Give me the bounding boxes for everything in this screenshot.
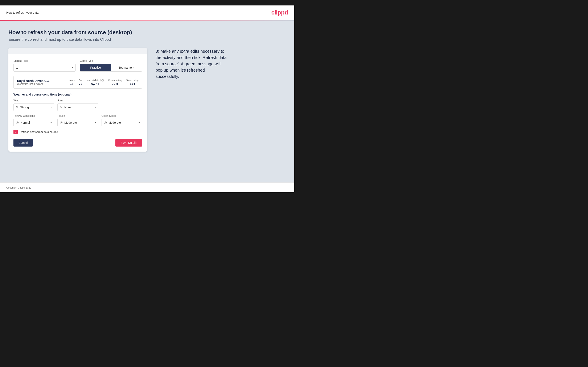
green-speed-label: Green Speed: [102, 114, 142, 117]
wind-value: Strong: [20, 106, 46, 109]
header: How to refresh your data clippd: [0, 5, 294, 20]
course-location: Westward Ho!, England: [17, 83, 65, 85]
instruction-paragraph: 3) Make any extra edits necessary to the…: [156, 48, 227, 80]
holes-stat: Holes 18: [69, 79, 75, 85]
par-stat: Par 72: [79, 79, 82, 85]
course-name-block: Royal North Devon GC, Westward Ho!, Engl…: [17, 79, 65, 85]
form-row-top: Starting Hole 1 ▾ Game Type Practice T: [13, 59, 142, 72]
footer: Copyright Clippd 2022: [0, 183, 294, 192]
wind-label: Wind: [13, 99, 54, 102]
rain-icon: ☀: [60, 105, 63, 109]
game-type-label: Game Type: [80, 59, 142, 62]
green-speed-value: Moderate: [108, 121, 134, 124]
green-speed-group: Green Speed ◎ Moderate ▾: [102, 114, 142, 126]
par-value: 72: [79, 82, 82, 85]
form-inner: Starting Hole 1 ▾ Game Type Practice T: [9, 54, 147, 152]
fairway-label: Fairway Conditions: [13, 114, 54, 117]
wind-icon: ≋: [16, 105, 18, 109]
rough-value: Moderate: [64, 121, 90, 124]
rough-icon: ◎: [60, 121, 63, 125]
form-top-tabs: [9, 48, 147, 54]
starting-hole-select[interactable]: 1 ▾: [13, 64, 76, 72]
par-label: Par: [79, 79, 82, 82]
slope-rating-value: 134: [126, 82, 138, 85]
slope-rating-stat: Slope rating 134: [126, 79, 138, 85]
content-layout: Starting Hole 1 ▾ Game Type Practice T: [9, 48, 286, 152]
wind-select[interactable]: ≋ Strong ▾: [13, 103, 54, 111]
starting-hole-group: Starting Hole 1 ▾: [13, 59, 76, 72]
fairway-select[interactable]: ◎ Normal ▾: [13, 119, 54, 126]
conditions-row-1: Wind ≋ Strong ▾ Rain ☀ None ▾: [13, 99, 142, 111]
refresh-label: Refresh shots from data source: [20, 130, 58, 133]
holes-value: 18: [69, 82, 75, 85]
course-rating-value: 72.5: [108, 82, 122, 85]
rough-select[interactable]: ◎ Moderate ▾: [57, 119, 98, 126]
form-actions: Cancel Save Details: [13, 139, 142, 147]
refresh-checkbox[interactable]: [13, 130, 18, 134]
refresh-checkbox-row: Refresh shots from data source: [13, 130, 142, 134]
fairway-arrow: ▾: [51, 121, 52, 124]
course-info-box: Royal North Devon GC, Westward Ho!, Engl…: [13, 76, 142, 89]
course-stats: Holes 18 Par 72 Yards/White (M)) 6,744: [69, 79, 138, 85]
rain-select[interactable]: ☀ None ▾: [57, 103, 98, 111]
conditions-row-2: Fairway Conditions ◎ Normal ▾ Rough ◎ Mo…: [13, 114, 142, 126]
header-title: How to refresh your data: [6, 11, 38, 14]
green-speed-icon: ◎: [104, 121, 107, 125]
fairway-value: Normal: [20, 121, 46, 124]
rough-group: Rough ◎ Moderate ▾: [57, 114, 98, 126]
game-type-toggle: Practice Tournament: [80, 64, 142, 72]
instruction-block: 3) Make any extra edits necessary to the…: [156, 48, 227, 80]
course-rating-label: Course rating: [108, 79, 122, 82]
logo: clippd: [271, 9, 288, 16]
rain-group: Rain ☀ None ▾: [57, 99, 98, 111]
main-content: How to refresh your data from source (de…: [0, 21, 294, 183]
course-name: Royal North Devon GC,: [17, 79, 65, 83]
rain-label: Rain: [57, 99, 98, 102]
rain-value: None: [64, 106, 90, 109]
top-bar: [0, 0, 294, 5]
slope-rating-label: Slope rating: [126, 79, 138, 82]
fairway-group: Fairway Conditions ◎ Normal ▾: [13, 114, 54, 126]
game-type-group: Game Type Practice Tournament: [80, 59, 142, 72]
yards-label: Yards/White (M)): [86, 79, 104, 82]
wind-arrow: ▾: [51, 106, 52, 109]
starting-hole-label: Starting Hole: [13, 59, 76, 62]
rough-arrow: ▾: [95, 121, 96, 124]
starting-hole-input[interactable]: 1: [14, 64, 76, 71]
save-button[interactable]: Save Details: [115, 139, 142, 147]
rough-label: Rough: [57, 114, 98, 117]
practice-button[interactable]: Practice: [80, 64, 111, 71]
rain-arrow: ▾: [95, 106, 96, 109]
wind-group: Wind ≋ Strong ▾: [13, 99, 54, 111]
yards-stat: Yards/White (M)) 6,744: [86, 79, 104, 85]
form-card: Starting Hole 1 ▾ Game Type Practice T: [9, 48, 147, 152]
holes-label: Holes: [69, 79, 75, 82]
page-title: How to refresh your data from source (de…: [9, 29, 286, 36]
green-speed-select[interactable]: ◎ Moderate ▾: [102, 119, 142, 126]
fairway-icon: ◎: [16, 121, 19, 125]
page-subtitle: Ensure the correct and most up to date d…: [9, 37, 286, 42]
yards-value: 6,744: [86, 82, 104, 85]
conditions-title: Weather and course conditions (optional): [13, 93, 142, 96]
tournament-button[interactable]: Tournament: [111, 64, 142, 71]
cancel-button[interactable]: Cancel: [13, 139, 33, 147]
course-rating-stat: Course rating 72.5: [108, 79, 122, 85]
green-speed-arrow: ▾: [138, 121, 140, 124]
footer-copyright: Copyright Clippd 2022: [6, 186, 31, 189]
